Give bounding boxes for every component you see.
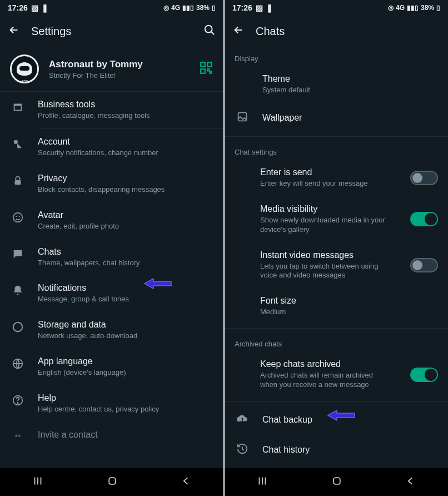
picture-icon: ▨ bbox=[256, 3, 263, 12]
svg-point-6 bbox=[14, 140, 18, 144]
svg-point-14 bbox=[17, 403, 18, 403]
chats-list: Display ThemeSystem default Wallpaper Ch… bbox=[225, 47, 448, 468]
chats-item-history[interactable]: Chat history bbox=[225, 435, 448, 465]
svg-rect-3 bbox=[201, 69, 205, 73]
settings-item-help[interactable]: HelpHelp centre, contact us, privacy pol… bbox=[0, 385, 223, 422]
section-chat-settings: Chat settings bbox=[225, 140, 448, 160]
svg-rect-7 bbox=[15, 180, 21, 185]
chat-icon bbox=[12, 248, 24, 262]
battery-label: 38% bbox=[196, 4, 210, 12]
home-icon[interactable] bbox=[107, 475, 118, 489]
chats-item-wallpaper[interactable]: Wallpaper bbox=[225, 103, 448, 133]
profile-name: Astronaut by Tommy bbox=[49, 59, 189, 70]
chats-item-theme[interactable]: ThemeSystem default bbox=[225, 66, 448, 103]
chats-item-font-size[interactable]: Font sizeMedium bbox=[225, 288, 448, 325]
search-icon[interactable] bbox=[203, 24, 216, 38]
android-navbar bbox=[225, 468, 448, 496]
data-icon bbox=[12, 321, 24, 335]
toggle-enter-send[interactable] bbox=[410, 171, 438, 185]
settings-screen: 17:26 ▨ ❚ ◎ 4G ▮▮▯ 38% ▯ Settings bbox=[0, 0, 223, 496]
avatar: ABT bbox=[10, 54, 39, 83]
settings-item-invite[interactable]: •• Invite a contact bbox=[0, 422, 223, 458]
home-icon[interactable] bbox=[331, 475, 342, 489]
svg-rect-5 bbox=[210, 72, 212, 73]
settings-list: Business toolsProfile, catalogue, messag… bbox=[0, 92, 223, 468]
wallpaper-icon bbox=[236, 111, 248, 125]
profile-status: Strictly For The Elite! bbox=[49, 71, 189, 80]
page-title: Chats bbox=[256, 25, 440, 38]
hotspot-icon: ◎ bbox=[163, 4, 169, 12]
cloud-upload-icon bbox=[236, 413, 248, 427]
chats-item-enter-send[interactable]: Enter is sendEnter key will send your me… bbox=[225, 160, 448, 196]
network-label: 4G bbox=[396, 4, 405, 12]
svg-point-10 bbox=[19, 216, 20, 217]
status-time: 17:26 bbox=[232, 3, 252, 12]
settings-item-notifications[interactable]: NotificationsMessage, group & call tones bbox=[0, 275, 223, 312]
recents-icon[interactable] bbox=[32, 475, 44, 489]
chats-settings-screen: 17:26 ▨ ❚ ◎ 4G ▮▮▯ 38% ▯ Chats Display T… bbox=[225, 0, 448, 496]
svg-rect-15 bbox=[109, 478, 116, 484]
store-icon bbox=[12, 101, 24, 115]
svg-point-8 bbox=[13, 212, 23, 222]
hotspot-icon: ◎ bbox=[388, 4, 394, 12]
face-icon bbox=[12, 211, 24, 226]
lock-icon bbox=[12, 175, 24, 189]
section-archived: Archived chats bbox=[225, 332, 448, 351]
svg-rect-2 bbox=[207, 62, 212, 67]
signal-icon: ▮▮▯ bbox=[407, 4, 419, 12]
appbar: Settings bbox=[0, 16, 223, 47]
help-icon bbox=[12, 394, 24, 409]
profile-card[interactable]: ABT Astronaut by Tommy Strictly For The … bbox=[0, 47, 223, 92]
svg-rect-16 bbox=[238, 113, 247, 121]
chats-item-media-visibility[interactable]: Media visibilityShow newly downloaded me… bbox=[225, 196, 448, 242]
status-time: 17:26 bbox=[8, 3, 28, 12]
back-icon[interactable] bbox=[232, 24, 245, 38]
page-title: Settings bbox=[31, 25, 192, 38]
recents-icon[interactable] bbox=[256, 475, 268, 489]
theme-icon bbox=[236, 77, 248, 92]
toggle-instant-video[interactable] bbox=[410, 258, 438, 272]
globe-icon bbox=[12, 358, 24, 372]
bell-icon bbox=[12, 284, 24, 299]
qr-icon[interactable] bbox=[199, 61, 213, 77]
alert-icon: ❚ bbox=[42, 3, 48, 12]
svg-point-9 bbox=[16, 216, 17, 217]
settings-item-storage[interactable]: Storage and dataNetwork usage, auto-down… bbox=[0, 312, 223, 349]
people-icon: •• bbox=[14, 431, 21, 441]
back-nav-icon[interactable] bbox=[181, 475, 192, 489]
svg-rect-1 bbox=[201, 62, 205, 67]
appbar: Chats bbox=[225, 16, 448, 47]
alert-icon: ❚ bbox=[266, 3, 273, 12]
settings-item-chats[interactable]: ChatsTheme, wallpapers, chat history bbox=[0, 239, 223, 276]
android-navbar bbox=[0, 468, 223, 496]
svg-rect-17 bbox=[333, 478, 340, 484]
statusbar: 17:26 ▨ ❚ ◎ 4G ▮▮▯ 38% ▯ bbox=[0, 0, 223, 16]
toggle-keep-archived[interactable] bbox=[410, 368, 438, 382]
chats-item-keep-archived[interactable]: Keep chats archivedArchived chats will r… bbox=[225, 351, 448, 398]
signal-icon: ▮▮▯ bbox=[182, 4, 194, 12]
battery-icon: ▯ bbox=[212, 4, 216, 12]
key-icon bbox=[12, 138, 24, 152]
toggle-media-visibility[interactable] bbox=[410, 212, 438, 226]
picture-icon: ▨ bbox=[31, 3, 38, 12]
back-nav-icon[interactable] bbox=[405, 475, 416, 489]
chats-item-backup[interactable]: Chat backup bbox=[225, 405, 448, 435]
network-label: 4G bbox=[171, 4, 180, 12]
battery-label: 38% bbox=[421, 4, 434, 12]
statusbar: 17:26 ▨ ❚ ◎ 4G ▮▮▯ 38% ▯ bbox=[225, 0, 448, 16]
battery-icon: ▯ bbox=[436, 4, 440, 12]
settings-item-account[interactable]: AccountSecurity notifications, change nu… bbox=[0, 129, 223, 166]
settings-item-business-tools[interactable]: Business toolsProfile, catalogue, messag… bbox=[0, 92, 223, 128]
settings-item-privacy[interactable]: PrivacyBlock contacts, disappearing mess… bbox=[0, 166, 223, 202]
chats-item-instant-video[interactable]: Instant video messagesLets you tap to sw… bbox=[225, 242, 448, 289]
settings-item-avatar[interactable]: AvatarCreate, edit, profile photo bbox=[0, 202, 223, 239]
settings-item-language[interactable]: App languageEnglish (device's language) bbox=[0, 349, 223, 385]
svg-rect-4 bbox=[207, 69, 209, 71]
history-icon bbox=[236, 443, 248, 457]
section-display: Display bbox=[225, 47, 448, 66]
svg-point-0 bbox=[205, 26, 212, 33]
back-icon[interactable] bbox=[8, 24, 20, 38]
